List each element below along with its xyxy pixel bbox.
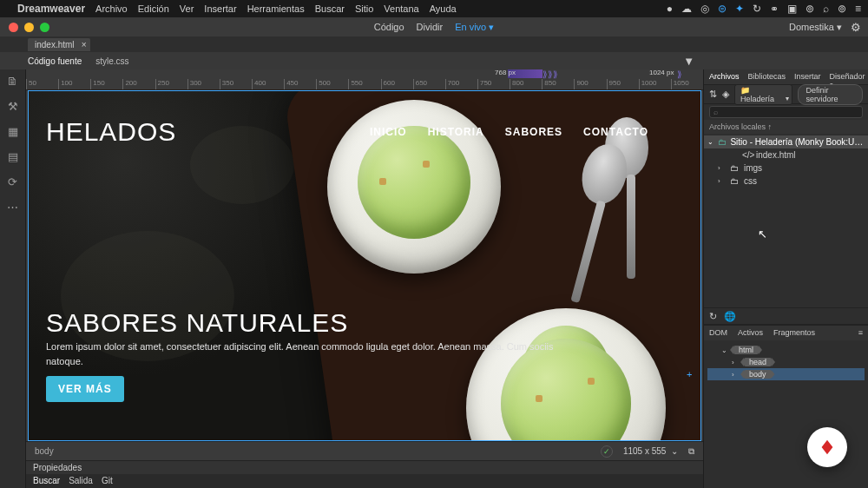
airplay-icon[interactable]: ▣ <box>787 3 797 15</box>
app-titlebar: Código Dividir En vivo ▾ Domestika ▾ ⚙ <box>0 17 868 36</box>
nav-inicio[interactable]: INICIO <box>370 126 407 138</box>
sync-icon[interactable]: ◈ <box>722 89 729 100</box>
tab-activos[interactable]: Activos <box>738 328 763 338</box>
panel-menu-icon[interactable]: ≡ <box>858 328 863 338</box>
minimize-window-button[interactable] <box>24 23 34 32</box>
workspace-dropdown[interactable]: Domestika ▾ <box>789 22 842 33</box>
dom-head[interactable]: › head <box>707 356 865 368</box>
dom-tag-body: body <box>744 370 772 379</box>
mode-envivo[interactable]: En vivo ▾ <box>455 22 494 33</box>
tab-bibliotecas[interactable]: Bibliotecas <box>748 72 786 82</box>
site-logo[interactable]: HELADOS <box>46 117 176 147</box>
site-folder-icon: 🗀 <box>718 137 727 147</box>
assets-tool-icon[interactable]: ▤ <box>8 150 18 163</box>
tab-buscar[interactable]: Buscar <box>33 476 60 486</box>
files-panel-tabs: Archivos Bibliotecas Insertar Diseñador … <box>704 69 868 85</box>
tree-imgs-folder[interactable]: ›🗀 imgs <box>704 162 868 175</box>
dom-html[interactable]: ⌄ html <box>707 344 865 356</box>
viewport-size[interactable]: 1105 x 555 ⌄ <box>623 446 678 456</box>
menu-archivo[interactable]: Archivo <box>95 3 128 14</box>
add-element-icon[interactable]: + <box>687 369 692 379</box>
domestika-badge[interactable] <box>807 427 847 467</box>
menu-ventana[interactable]: Ventana <box>384 3 418 14</box>
tree-item-label: css <box>744 176 757 186</box>
more-tool-icon[interactable]: ⋯ <box>7 201 18 214</box>
nav-sabores[interactable]: SABORES <box>505 126 562 138</box>
sync-tool-icon[interactable]: ⟳ <box>8 175 17 188</box>
right-panel-group: Archivos Bibliotecas Insertar Diseñador … <box>703 69 868 488</box>
live-preview-canvas[interactable]: HELADOS INICIO HISTORIA SABORES CONTACTO… <box>28 90 701 441</box>
chevron-right-icon: › <box>732 359 740 366</box>
tab-dom[interactable]: DOM <box>709 328 727 338</box>
filter-icon[interactable]: ▼ <box>683 55 694 68</box>
menu-herramientas[interactable]: Herramientas <box>247 3 305 14</box>
menu-edicion[interactable]: Edición <box>138 3 169 14</box>
manage-tool-icon[interactable]: ⚒ <box>8 100 18 113</box>
bp-marker-2[interactable]: ⟫ <box>677 69 682 79</box>
nav-contacto[interactable]: CONTACTO <box>583 126 648 138</box>
site-dropdown[interactable]: 📁 Heladería <box>734 84 792 105</box>
app-name[interactable]: Dreamweaver <box>17 3 85 15</box>
control-icon[interactable]: ⊚ <box>838 3 846 15</box>
tab-git[interactable]: Git <box>102 476 113 486</box>
bluetooth-icon[interactable]: ⚭ <box>770 3 779 15</box>
validation-ok-icon[interactable]: ✓ <box>601 445 613 458</box>
mode-dividir[interactable]: Dividir <box>417 22 444 33</box>
record-icon[interactable]: ● <box>667 3 673 15</box>
close-window-button[interactable] <box>9 23 18 32</box>
hero-title: SABORES NATURALES <box>46 308 348 338</box>
menu-buscar[interactable]: Buscar <box>315 3 345 14</box>
menu-ayuda[interactable]: Ayuda <box>430 3 457 14</box>
refresh-icon[interactable]: ↻ <box>709 311 717 322</box>
teams-icon[interactable]: ✦ <box>735 3 744 15</box>
folder-icon: 🗀 <box>730 176 740 186</box>
search-icon[interactable]: ⌕ <box>823 3 829 15</box>
menu-sitio[interactable]: Sitio <box>355 3 373 14</box>
cloud-icon[interactable]: ☁ <box>681 3 692 15</box>
file-tab-label: index.html <box>35 40 75 49</box>
tab-salida[interactable]: Salida <box>69 476 93 486</box>
chat-icon[interactable]: ⊜ <box>718 3 727 15</box>
bp-768-label: 768 px <box>495 69 516 76</box>
tree-css-folder[interactable]: ›🗀 css <box>704 175 868 188</box>
local-files-header[interactable]: Archivos locales ↑ <box>704 120 868 134</box>
tree-index-html[interactable]: </> index.html <box>704 148 868 162</box>
file-tab-index[interactable]: index.html × <box>28 38 90 51</box>
files-footer-tools: ↻ 🌐 <box>704 307 868 325</box>
tree-site-root[interactable]: ⌄ 🗀 Sitio - Heladería (Monky Book:Users:… <box>704 135 868 148</box>
dom-tag-html: html <box>733 346 759 354</box>
bp-1024-label: 1024 px <box>649 69 674 76</box>
tab-insertar[interactable]: Insertar <box>794 72 821 82</box>
menu-insertar[interactable]: Insertar <box>204 3 236 14</box>
timemachine-icon[interactable]: ↻ <box>753 3 761 15</box>
src-tab-codigo-fuente[interactable]: Código fuente <box>28 56 82 66</box>
define-server-button[interactable]: Definir servidore <box>798 84 863 105</box>
nav-historia[interactable]: HISTORIA <box>428 126 484 138</box>
bp-marker-1[interactable]: ⟫⟫⟫ <box>542 69 558 79</box>
extract-tool-icon[interactable]: ▦ <box>8 125 18 138</box>
ruler[interactable]: 768 px ⟫⟫⟫ 1024 px ⟫ 5010015020025030035… <box>26 69 703 90</box>
mode-codigo[interactable]: Código <box>374 22 404 33</box>
properties-panel-header[interactable]: Propiedades <box>26 460 703 474</box>
browser-icon[interactable]: 🌐 <box>724 311 736 322</box>
menu-icon[interactable]: ≡ <box>855 3 861 15</box>
tab-fragmentos[interactable]: Fragmentos <box>773 328 815 338</box>
src-tab-stylecss[interactable]: style.css <box>95 56 128 66</box>
settings-gear-icon[interactable]: ⚙ <box>851 21 861 34</box>
close-tab-icon[interactable]: × <box>82 40 87 49</box>
hero-cta-button[interactable]: VER MÁS <box>46 376 124 402</box>
wifi-icon[interactable]: ⊚ <box>806 3 814 15</box>
dom-path[interactable]: body <box>35 446 54 456</box>
menu-ver[interactable]: Ver <box>180 3 194 14</box>
ftp-icon[interactable]: ⇅ <box>709 89 717 100</box>
maximize-window-button[interactable] <box>40 23 49 32</box>
files-search-input[interactable] <box>709 106 863 118</box>
tab-archivos[interactable]: Archivos <box>709 72 740 82</box>
chevron-down-icon: ⌄ <box>707 138 714 146</box>
dom-tool-icon[interactable]: 🗎 <box>7 75 18 88</box>
device-preview-icon[interactable]: ⧉ <box>688 446 694 457</box>
tab-disenador[interactable]: Diseñador c <box>830 72 865 82</box>
dom-body[interactable]: + › body <box>707 368 865 380</box>
site-background: HELADOS INICIO HISTORIA SABORES CONTACTO… <box>29 91 700 440</box>
cc-icon[interactable]: ◎ <box>700 3 709 15</box>
